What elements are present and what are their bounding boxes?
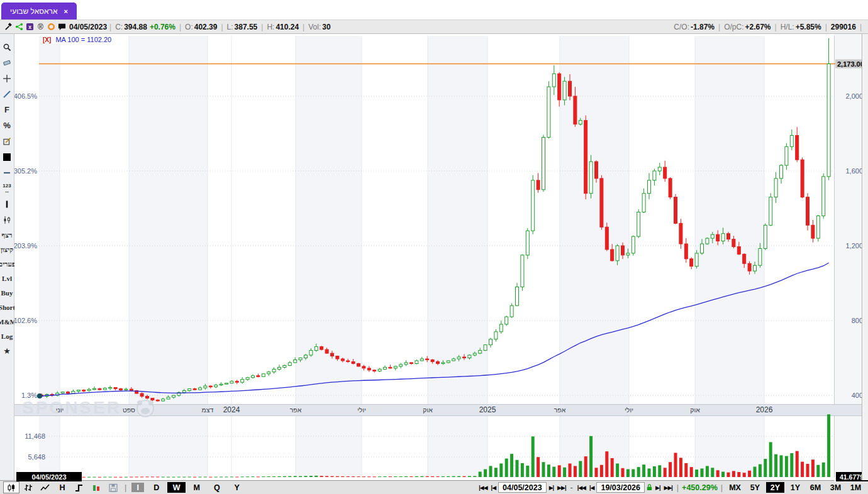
- volume-axis-label: 11,468: [25, 432, 45, 440]
- quote-field: O:402.39: [185, 23, 217, 31]
- range-buttons: MX5Y2Y1Y6M3M1M: [726, 482, 865, 493]
- range-button-mx[interactable]: MX: [726, 482, 744, 493]
- watermark-text: SPONSER: [22, 398, 121, 417]
- save-chart-button[interactable]: [105, 481, 121, 493]
- x-axis-label: ספט: [123, 406, 135, 414]
- header-icons: x®: [4, 22, 67, 31]
- fibonacci-tool[interactable]: F: [0, 102, 14, 118]
- tool-pearim[interactable]: פערים: [0, 256, 14, 271]
- period-button-m[interactable]: M: [187, 482, 206, 493]
- step-back-button[interactable]: |◀: [490, 485, 497, 491]
- tool-lvl[interactable]: Lvl: [0, 271, 14, 285]
- tool-short[interactable]: Short: [0, 300, 14, 314]
- period-button-d[interactable]: D: [147, 482, 165, 493]
- x-axis-label: 2026: [756, 405, 773, 414]
- percent-axis-label: 102.6%: [14, 317, 37, 324]
- main-area: F%123↔רצףקיצוןפעריםLvlBuyShortM&MLog★ SP…: [0, 34, 868, 480]
- range-button-1m[interactable]: 1M: [847, 482, 865, 493]
- symbol-tab[interactable]: אראסאל שבועי ×: [1, 3, 77, 19]
- share-icon[interactable]: [14, 22, 24, 31]
- toolbar-separator: |: [677, 483, 679, 492]
- monkey-muzzle: [141, 408, 150, 414]
- quote-fields: |C:394.88+0.76%|O:402.39|L:387.55|H:410.…: [107, 23, 332, 31]
- bottom-toolbar: H | I DWMQY |◀◀ |◀ 04/05/2023 ▶| ▶▶| - |…: [0, 480, 868, 494]
- trendline-tool[interactable]: [0, 86, 14, 102]
- quote-date: 04/05/2023: [69, 23, 107, 31]
- candle-pattern-tool[interactable]: [0, 212, 14, 228]
- start-date-field[interactable]: 04/05/2023: [498, 482, 547, 493]
- chart-area[interactable]: SPONSERיוניספטדצמ2024אפריוליאוק2025אפריו…: [14, 34, 868, 480]
- field-separator: |: [261, 23, 263, 31]
- toolbar-separator: |: [721, 483, 723, 492]
- tool-log[interactable]: Log: [0, 329, 14, 343]
- indicator-button[interactable]: I: [131, 483, 144, 492]
- note-tool[interactable]: [0, 133, 14, 149]
- volume-axis-label: 5,648: [28, 453, 45, 461]
- field-separator: |: [179, 23, 181, 31]
- percent-axis-label: 203.9%: [14, 242, 37, 250]
- comments-icon[interactable]: [57, 22, 67, 31]
- step-forward-button[interactable]: ▶|: [548, 485, 555, 491]
- end-step-forward-button[interactable]: ▶|: [654, 485, 661, 491]
- quote-stat: 299016: [831, 23, 856, 31]
- tool-buy[interactable]: Buy: [0, 285, 14, 300]
- crosshair-tool[interactable]: [0, 70, 14, 86]
- range-button-3m[interactable]: 3M: [826, 482, 845, 493]
- candlestick-style-button[interactable]: [3, 481, 19, 493]
- ma-remove-icon[interactable]: [X]: [43, 36, 51, 43]
- vertical-line-tool[interactable]: [0, 196, 14, 212]
- horizontal-line-tool[interactable]: [0, 165, 14, 180]
- date-range-dash: -: [570, 483, 572, 492]
- range-button-6m[interactable]: 6M: [806, 482, 825, 493]
- line-style-button[interactable]: [37, 481, 53, 493]
- field-separator: |: [825, 23, 827, 31]
- price-volume-chart[interactable]: SPONSERיוניספטדצמ2024אפריוליאוק2025אפריו…: [14, 34, 868, 482]
- end-goto-last-button[interactable]: ▶▶|: [662, 485, 673, 491]
- price-axis-label: 1,200: [845, 242, 863, 250]
- color-swatch-tool[interactable]: [0, 149, 14, 165]
- quote-stats: C/O:-1.87%|O/pC:+2.67%|H/L:+5.85%|299016…: [672, 23, 864, 31]
- range-change-percent: +450.29%: [682, 483, 718, 492]
- period-button-q[interactable]: Q: [208, 482, 226, 493]
- tool-mm[interactable]: M&M: [0, 314, 14, 329]
- alerts-icon[interactable]: [47, 22, 56, 31]
- period-button-y[interactable]: Y: [228, 482, 246, 493]
- measure-tool[interactable]: 123↔: [0, 180, 14, 196]
- favorites-star[interactable]: ★: [0, 343, 14, 359]
- percent-tool[interactable]: %: [0, 118, 14, 133]
- field-separator: |: [860, 23, 862, 31]
- end-goto-first-button[interactable]: |◀◀: [576, 485, 587, 491]
- volume-colors-button[interactable]: [88, 481, 104, 493]
- range-button-5y[interactable]: 5Y: [746, 482, 764, 493]
- search-tool[interactable]: [0, 39, 14, 55]
- registered-icon[interactable]: ®: [36, 22, 45, 31]
- x-axis-label: 2024: [223, 405, 240, 414]
- end-step-back-button[interactable]: |◀: [588, 485, 595, 491]
- ma-indicator-label[interactable]: [X] MA 100 = 1102.20: [41, 36, 113, 43]
- period-button-w[interactable]: W: [167, 482, 186, 493]
- end-date-field[interactable]: 19/03/2026: [596, 482, 645, 493]
- right-scroll-strip[interactable]: [862, 34, 868, 480]
- trading-chart-app: אראסאל שבועי × x® 04/05/2023 |C:394.88+0…: [0, 0, 868, 494]
- x-axis-label: יולי: [625, 406, 633, 414]
- percent-axis-label: 406.5%: [14, 92, 37, 100]
- excel-export-icon[interactable]: x: [25, 22, 35, 31]
- tab-close-icon[interactable]: ×: [64, 8, 68, 15]
- series-start-marker: [37, 393, 42, 398]
- goto-last-button[interactable]: ▶▶|: [556, 485, 567, 491]
- range-button-1y[interactable]: 1Y: [786, 482, 804, 493]
- x-axis-label: אוק: [690, 406, 700, 414]
- tool-kitzon[interactable]: קיצון: [0, 242, 14, 256]
- heikin-ashi-button[interactable]: H: [54, 481, 70, 493]
- draw-tools-icon[interactable]: [4, 22, 13, 31]
- step-style-button[interactable]: [71, 481, 87, 493]
- field-separator: |: [109, 23, 111, 31]
- bars-style-button[interactable]: [20, 481, 36, 493]
- lock-icon[interactable]: [646, 483, 653, 491]
- range-button-2y[interactable]: 2Y: [766, 482, 784, 493]
- tool-retsef[interactable]: רצף: [0, 228, 14, 242]
- volume-cursor-label: 41.6779: [840, 473, 864, 481]
- monkey-ear: [137, 400, 142, 405]
- eraser-tool[interactable]: [0, 55, 14, 70]
- goto-first-button[interactable]: |◀◀: [477, 485, 488, 491]
